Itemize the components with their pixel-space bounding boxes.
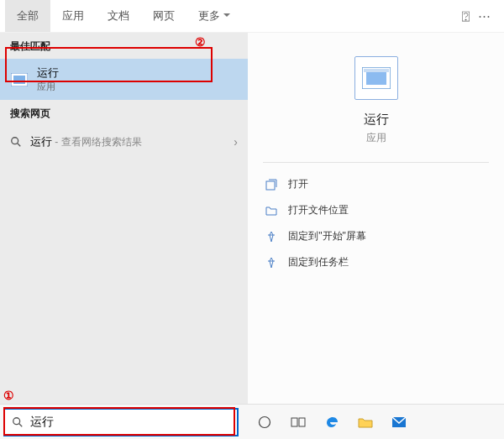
chevron-right-icon: ›	[234, 135, 238, 149]
web-search-result[interactable]: 运行 - 查看网络搜索结果 ›	[0, 126, 248, 158]
divider	[263, 162, 488, 163]
results-panel: 最佳匹配 运行 应用 搜索网页 运行 - 查看网络搜索结果 ›	[0, 33, 248, 404]
search-input[interactable]	[30, 415, 230, 429]
action-open-location[interactable]: 打开文件位置	[263, 197, 488, 223]
best-match-title: 运行	[37, 65, 59, 81]
tab-more[interactable]: 更多	[186, 0, 242, 32]
svg-point-10	[13, 417, 20, 424]
folder-icon	[265, 204, 278, 217]
search-icon	[12, 416, 24, 428]
action-open-location-label: 打开文件位置	[288, 203, 349, 217]
svg-rect-13	[291, 418, 297, 426]
taskbar	[0, 404, 504, 439]
details-subtitle: 应用	[366, 131, 386, 145]
top-tabs: 全部 应用 文档 网页 更多 ⍰ ⋯	[0, 0, 504, 32]
run-app-icon	[10, 71, 29, 89]
action-open[interactable]: 打开	[263, 171, 488, 197]
app-large-icon	[354, 56, 398, 100]
svg-point-12	[260, 416, 270, 427]
svg-line-11	[19, 423, 23, 426]
svg-point-2	[12, 138, 18, 144]
explorer-icon[interactable]	[358, 415, 373, 430]
more-options-icon[interactable]: ⋯	[478, 8, 491, 24]
feedback-icon[interactable]: ⍰	[462, 8, 470, 24]
search-box[interactable]	[3, 408, 239, 436]
details-title: 运行	[364, 112, 389, 128]
best-match-header: 最佳匹配	[0, 33, 248, 59]
svg-line-3	[18, 144, 21, 147]
details-panel: 运行 应用 打开 打开文件位置 固定到"开始"屏幕 固定到任务栏	[248, 33, 504, 404]
svg-rect-7	[266, 181, 275, 190]
web-search-hint: - 查看网络搜索结果	[52, 136, 142, 148]
action-pin-taskbar-label: 固定到任务栏	[288, 255, 349, 269]
action-pin-taskbar[interactable]: 固定到任务栏	[263, 249, 488, 275]
mail-icon[interactable]	[391, 415, 407, 430]
edge-icon[interactable]	[324, 415, 339, 430]
best-match-result[interactable]: 运行 应用	[0, 59, 248, 100]
tab-apps[interactable]: 应用	[50, 0, 96, 32]
task-view-icon[interactable]	[291, 415, 306, 430]
action-pin-start[interactable]: 固定到"开始"屏幕	[263, 223, 488, 249]
action-open-label: 打开	[288, 177, 308, 191]
cortana-icon[interactable]	[257, 415, 272, 430]
svg-rect-14	[299, 418, 305, 426]
tab-documents[interactable]: 文档	[96, 0, 141, 32]
web-search-header: 搜索网页	[0, 100, 248, 126]
pin-taskbar-icon	[265, 256, 278, 269]
tab-web[interactable]: 网页	[141, 0, 186, 32]
svg-rect-1	[13, 76, 25, 84]
web-search-term: 运行	[30, 135, 52, 148]
search-icon	[10, 136, 22, 148]
action-pin-start-label: 固定到"开始"屏幕	[288, 229, 366, 243]
best-match-subtitle: 应用	[37, 81, 59, 93]
open-icon	[265, 178, 278, 191]
svg-rect-5	[366, 71, 386, 85]
pin-icon	[265, 230, 278, 243]
svg-rect-6	[364, 69, 389, 72]
tab-all[interactable]: 全部	[5, 0, 50, 32]
